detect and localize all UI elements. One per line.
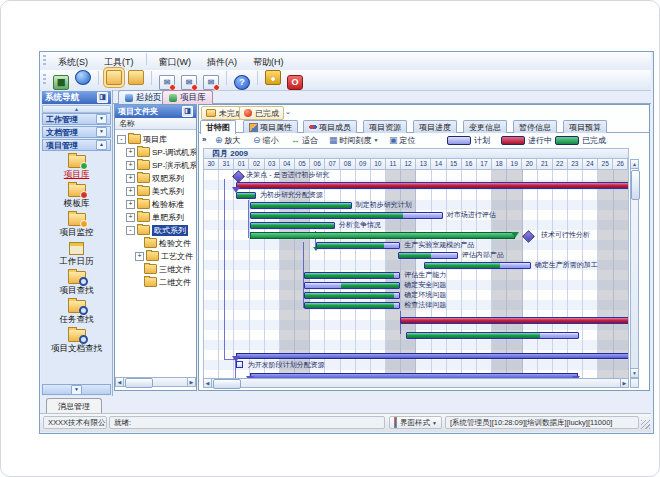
menu-item-0[interactable]: 系统(S) <box>50 54 96 71</box>
expand-icon[interactable]: + <box>126 213 135 222</box>
tree-node-2[interactable]: +SP-演示机系 <box>126 159 196 171</box>
scroll-thumb[interactable] <box>631 170 640 200</box>
expand-icon[interactable]: + <box>126 187 135 196</box>
gantt-tab-7[interactable]: 项目预算 <box>563 120 607 133</box>
chevron-down-icon[interactable]: ▼ <box>96 127 107 137</box>
tree-node-3[interactable]: +双肥系列 <box>126 172 184 184</box>
menu-item-2[interactable]: 窗口(W) <box>151 54 200 71</box>
menu-item-3[interactable]: 插件(A) <box>199 54 245 71</box>
tree-node-8[interactable]: 检验文件 <box>135 237 191 249</box>
connect-icon[interactable]: ▦ <box>53 75 69 90</box>
sidebar-group-1[interactable]: 文档管理▼ <box>42 126 111 138</box>
gantt-tab-4[interactable]: 项目进度 <box>413 120 457 133</box>
task-icon-box[interactable] <box>236 361 243 368</box>
sidebar-item-3[interactable]: 工作日历 <box>42 239 111 266</box>
sidebar-item-0[interactable]: 项目库 <box>42 152 111 179</box>
scroll-thumb[interactable] <box>213 379 241 389</box>
sidebar-scroll-up-button[interactable]: ▲ <box>42 105 111 113</box>
lock-icon[interactable] <box>265 70 281 85</box>
gantt-tab-3[interactable]: 项目资源 <box>363 120 407 133</box>
gantt-horizontal-scrollbar[interactable] <box>203 378 629 388</box>
folder-icon[interactable] <box>128 70 144 85</box>
tree-node-0[interactable]: -项目库 <box>117 133 167 145</box>
pin-icon[interactable]: ◨ <box>97 92 108 103</box>
task-bar[interactable] <box>316 242 400 249</box>
resize-grip[interactable] <box>641 420 650 429</box>
filters-more-button[interactable]: ⌄ <box>285 108 291 116</box>
toolbar-overflow-button[interactable]: » <box>202 135 206 144</box>
task-bar[interactable] <box>424 262 531 269</box>
web-icon[interactable] <box>75 70 91 85</box>
gantt-toolbar-timescale-button[interactable]: ▦时间刻度▼ <box>327 134 380 146</box>
task-bar[interactable] <box>304 292 400 299</box>
folder-open-icon[interactable] <box>106 70 122 85</box>
gantt-toolbar-zoom-in-button[interactable]: ⊕放大 <box>213 134 243 146</box>
chevron-up-icon[interactable]: ▲ <box>96 140 107 150</box>
scroll-down-arrow[interactable]: ▼ <box>630 368 639 378</box>
chevron-down-icon[interactable]: ▼ <box>71 385 82 395</box>
sidebar-item-4[interactable]: 项目查找 <box>42 268 111 295</box>
scroll-up-arrow[interactable]: ▲ <box>630 159 639 169</box>
sidebar-group-2[interactable]: 项目管理▲ <box>42 139 111 151</box>
scroll-thumb[interactable] <box>125 378 153 388</box>
task-bar[interactable] <box>304 282 400 289</box>
expand-icon[interactable]: + <box>126 161 135 170</box>
tab-start-page[interactable]: 起始页 <box>118 90 169 104</box>
toolbar-grip[interactable] <box>43 74 46 86</box>
gantt-tab-0[interactable]: 甘特图 <box>200 120 236 134</box>
tree-node-9[interactable]: +工艺文件 <box>135 250 193 262</box>
task-bar[interactable] <box>236 192 256 199</box>
summary-bar[interactable] <box>236 353 629 359</box>
tree-column-header[interactable]: 名称 <box>115 118 196 130</box>
tree-node-5[interactable]: +检验标准 <box>126 198 184 210</box>
message-manager-tab[interactable]: 消息管理 <box>46 398 102 413</box>
task-bar[interactable] <box>304 302 400 309</box>
sidebar-item-6[interactable]: 项目文档查找 <box>42 326 111 353</box>
expand-icon[interactable]: + <box>126 174 135 183</box>
summary-done-bar[interactable] <box>250 232 516 239</box>
gantt-tab-1[interactable]: 项目属性 <box>243 120 298 133</box>
tree-node-6[interactable]: +单肥系列 <box>126 211 184 223</box>
tab-project-library[interactable]: 项目库 <box>162 90 213 104</box>
message-icon[interactable]: ✉ <box>159 75 175 90</box>
gantt-tab-2[interactable]: 项目成员 <box>303 120 357 133</box>
message-alert-icon[interactable]: ✉ <box>203 75 219 90</box>
chevron-down-icon[interactable]: ▼ <box>96 114 107 124</box>
gantt-tab-5[interactable]: 变更信息 <box>463 120 507 133</box>
sidebar-item-1[interactable]: 模板库 <box>42 181 111 208</box>
task-bar[interactable] <box>398 252 458 259</box>
gantt-toolbar-locate-button[interactable]: ▣定位 <box>387 134 418 146</box>
task-bar[interactable] <box>236 182 629 189</box>
task-bar[interactable] <box>250 202 352 209</box>
tree-node-11[interactable]: 二维文件 <box>135 276 191 288</box>
sidebar-group-0[interactable]: 工作管理▼ <box>42 113 111 125</box>
task-bar[interactable] <box>304 272 400 279</box>
filter-completed-button[interactable]: 已完成 <box>239 106 284 120</box>
tree-node-1[interactable]: +SP-调试机系 <box>126 146 196 158</box>
tree-node-10[interactable]: 三维文件 <box>135 263 191 275</box>
tree-node-4[interactable]: +美式系列 <box>126 185 184 197</box>
expand-icon[interactable]: + <box>126 148 135 157</box>
tree-node-7[interactable]: -欧式系列 <box>126 224 188 236</box>
exit-icon[interactable]: O <box>287 75 303 90</box>
gantt-toolbar-zoom-out-button[interactable]: ⊖缩小 <box>251 134 281 146</box>
scroll-right-arrow[interactable]: ▶ <box>187 377 196 387</box>
gantt-tab-6[interactable]: 暂停信息 <box>513 120 557 133</box>
sidebar-item-5[interactable]: 任务查找 <box>42 297 111 324</box>
expand-icon[interactable]: + <box>126 200 135 209</box>
scroll-left-arrow[interactable]: ◀ <box>115 377 124 387</box>
pin-icon[interactable]: ◨ <box>182 106 193 117</box>
sidebar-item-2[interactable]: 项目监控 <box>42 210 111 237</box>
expand-icon[interactable]: + <box>135 252 144 261</box>
task-bar[interactable] <box>406 332 579 339</box>
milestone-marker[interactable] <box>522 230 535 243</box>
interface-style-button[interactable]: 界面样式▼ <box>389 416 442 429</box>
sidebar-bottom-group[interactable]: ▼ <box>42 384 111 395</box>
collapse-icon[interactable]: - <box>117 135 126 144</box>
toolbar-grip[interactable] <box>43 55 46 67</box>
task-bar[interactable] <box>250 222 335 229</box>
help-icon[interactable]: ? <box>234 75 250 90</box>
collapse-icon[interactable]: - <box>126 226 135 235</box>
scroll-right-arrow[interactable]: ▶ <box>620 378 629 388</box>
task-bar[interactable] <box>250 212 443 219</box>
